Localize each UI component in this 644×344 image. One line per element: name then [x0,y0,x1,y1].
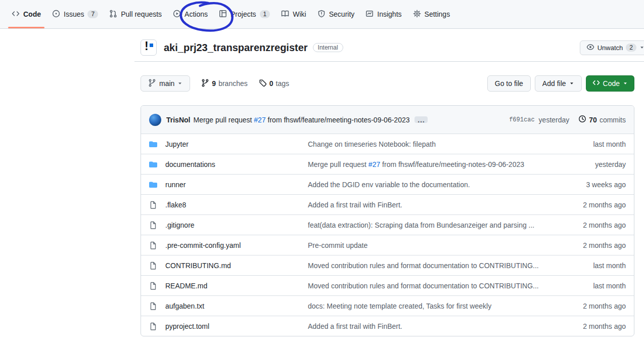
commit-message[interactable]: Merge pull request #27 from fhswf/featur… [193,116,409,124]
git-branch-icon [201,79,209,89]
file-name-link[interactable]: runner [165,181,300,189]
commits-count: 70 [589,116,597,124]
tab-label: Projects [231,10,256,18]
commit-time-link[interactable]: yesterday [539,116,570,124]
commit-date-link[interactable]: 2 months ago [565,322,626,330]
chevron-down-icon [639,44,644,52]
commit-date-link[interactable]: 2 months ago [565,241,626,249]
tab-label: Pull requests [121,10,162,18]
commit-history-link[interactable]: 70 commits [578,115,626,124]
folder-icon [149,140,157,148]
file-icon [149,241,157,249]
commit-message[interactable]: feat(data extraction): Scraping data fro… [308,221,557,229]
file-name-link[interactable]: documentations [165,160,300,168]
commit-author-link[interactable]: TrisNol [166,116,190,124]
book-icon [281,10,289,19]
repo-name[interactable]: aki_prj23_transparenzregister [164,42,308,54]
commit-date-link[interactable]: 2 months ago [565,221,626,229]
file-table: TrisNol Merge pull request #27 from fhsw… [141,105,634,336]
repo-tab-nav: Code Issues 7 Pull requests Actions Proj… [0,0,644,29]
folder-icon [149,181,157,189]
file-name-link[interactable]: CONTRIBUTING.md [165,262,300,270]
code-download-button[interactable]: Code [586,75,634,92]
file-name-link[interactable]: pyproject.toml [165,322,300,330]
add-file-button[interactable]: Add file [535,75,582,92]
commit-date-link[interactable]: yesterday [565,160,626,168]
code-icon [592,79,600,88]
file-navigation-toolbar: main 9 branches 0 tags Go to file Add fi… [141,75,634,92]
commit-hash-link[interactable]: f691cac [509,116,534,123]
commit-date-link[interactable]: last month [565,140,626,148]
branch-select-button[interactable]: main [141,75,190,92]
tags-count: 0 [269,79,273,88]
commit-date-link[interactable]: 3 weeks ago [565,181,626,189]
folder-icon [149,160,157,168]
tab-issues[interactable]: Issues 7 [48,0,103,28]
tab-projects[interactable]: Projects 1 [214,0,274,28]
commit-message[interactable]: Added a first trail with FinBert. [308,322,557,330]
tab-label: Security [329,10,355,18]
issues-count-badge: 7 [87,10,98,18]
tab-label: Insights [377,10,401,18]
commit-message[interactable]: Merge pull request #27 from fhswf/featur… [308,160,557,168]
branches-count: 9 [212,79,216,88]
commit-date-link[interactable]: 2 months ago [565,302,626,310]
gear-icon [413,10,421,19]
tab-insights[interactable]: Insights [361,0,406,28]
commit-message[interactable]: Moved contribution rules and format docu… [308,262,557,270]
commit-message[interactable]: Change on timeseries Notebook: filepath [308,140,557,148]
file-name-link[interactable]: .flake8 [165,201,300,209]
tab-label: Wiki [293,10,306,18]
pr-link[interactable]: #27 [369,160,380,168]
commit-date-link[interactable]: last month [565,262,626,270]
table-row: CONTRIBUTING.md Moved contribution rules… [141,255,634,275]
chevron-down-icon [623,79,628,88]
table-icon [219,10,227,19]
commit-message[interactable]: Added a first trail with FinBert. [308,201,557,209]
file-name-link[interactable]: README.md [165,282,300,290]
file-name-link[interactable]: aufgaben.txt [165,302,300,310]
org-avatar[interactable]: ! [141,39,157,56]
issue-opened-icon [52,10,60,19]
tab-pull-requests[interactable]: Pull requests [105,0,166,28]
commit-message[interactable]: docs: Meeting note template created, Tas… [308,302,557,310]
tab-actions[interactable]: Actions [168,0,212,28]
commit-author-avatar[interactable] [149,114,161,126]
tab-security[interactable]: Security [313,0,359,28]
table-row: .flake8 Added a first trail with FinBert… [141,194,634,214]
latest-commit-bar: TrisNol Merge pull request #27 from fhsw… [141,106,634,134]
tags-link[interactable]: 0 tags [259,79,289,89]
commit-message[interactable]: Added the DGID env variable to the docum… [308,181,557,189]
commit-message[interactable]: Pre-commit update [308,241,557,249]
file-icon [149,201,157,209]
tab-label: Code [23,10,41,18]
watch-count-badge: 2 [626,44,636,52]
tags-label: tags [276,79,289,88]
table-row: runner Added the DGID env variable to th… [141,174,634,194]
tab-code[interactable]: Code [7,0,45,28]
file-name-link[interactable]: .pre-commit-config.yaml [165,241,300,249]
eye-icon [586,43,594,53]
tab-settings[interactable]: Settings [408,0,455,28]
unwatch-label: Unwatch [597,44,623,52]
chevron-down-icon [569,79,574,88]
code-button-label: Code [603,79,620,88]
file-icon [149,282,157,290]
file-name-link[interactable]: Jupyter [165,140,300,148]
commit-date-link[interactable]: 2 months ago [565,201,626,209]
unwatch-button[interactable]: Unwatch 2 [580,40,644,55]
table-row: aufgaben.txt docs: Meeting note template… [141,295,634,316]
tab-wiki[interactable]: Wiki [277,0,310,28]
file-icon [149,262,157,270]
branches-link[interactable]: 9 branches [201,79,247,89]
play-icon [173,10,181,19]
commit-message[interactable]: Moved contribution rules and format docu… [308,282,557,290]
go-to-file-button[interactable]: Go to file [487,75,531,92]
code-icon [12,10,20,19]
tag-icon [259,79,267,89]
commit-date-link[interactable]: last month [565,282,626,290]
file-name-link[interactable]: .gitignore [165,221,300,229]
git-branch-icon [148,79,156,89]
pr-link[interactable]: #27 [254,116,265,124]
commit-description-toggle[interactable]: … [415,116,428,123]
